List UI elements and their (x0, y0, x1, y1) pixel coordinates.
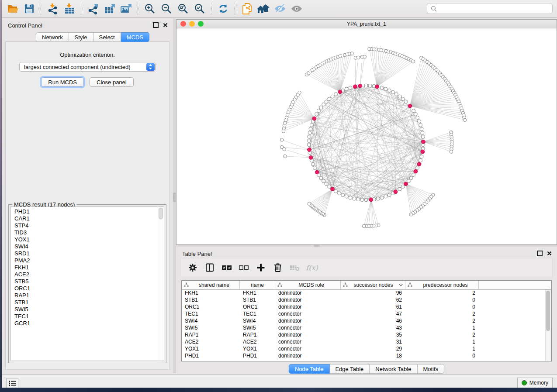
optimization-criterion-select[interactable]: largest connected component (undirected) (19, 62, 156, 72)
node-table[interactable]: shared namenameMCDS rolesuccessor nodesp… (181, 280, 552, 361)
column-header-predecessor-nodes[interactable]: predecessor nodes (405, 281, 479, 289)
tab-network[interactable]: Network (36, 32, 69, 42)
table-row[interactable]: SWI5SWI5connector431 (182, 324, 551, 331)
deselect-all-icon (239, 265, 249, 271)
tab-node-table[interactable]: Node Table (289, 364, 330, 374)
zoom-out-button[interactable] (158, 1, 175, 16)
table-row[interactable]: STB1STB1dominator620 (182, 296, 551, 303)
tab-mcds[interactable]: MCDS (121, 32, 149, 42)
network-canvas[interactable] (176, 28, 557, 244)
table-panel-tabs: Node TableEdge TableNetwork TableMotifs (289, 364, 444, 374)
duplicate-network-icon (241, 3, 253, 15)
zoom-fit-button[interactable] (175, 1, 191, 16)
toolbar-separator (138, 3, 138, 15)
mcds-result-item[interactable]: STB5 (14, 278, 164, 285)
table-row[interactable]: RAP1RAP1dominator352 (182, 331, 551, 338)
table-row[interactable]: PHD1PHD1dominator180 (182, 352, 551, 359)
deselect-all-button[interactable] (237, 261, 250, 274)
duplicate-network-button[interactable] (239, 1, 255, 16)
column-header-name[interactable]: name (240, 281, 275, 289)
zoom-in-button[interactable] (142, 1, 158, 16)
mcds-result-item[interactable]: SWI4 (14, 243, 164, 250)
open-network-button[interactable] (4, 1, 21, 16)
memory-label: Memory (529, 380, 548, 386)
mcds-result-item[interactable]: RAP1 (14, 292, 164, 299)
column-header-shared-name[interactable]: shared name (182, 281, 240, 289)
tab-motifs[interactable]: Motifs (417, 364, 444, 374)
mcds-result-item[interactable]: SRD1 (14, 250, 164, 257)
export-image-button[interactable] (118, 1, 135, 16)
mcds-result-item[interactable]: PMA2 (14, 257, 164, 264)
select-all-icon (221, 265, 232, 271)
task-history-button[interactable] (6, 378, 18, 389)
float-panel-icon[interactable] (153, 22, 159, 28)
tab-select[interactable]: Select (93, 32, 121, 42)
add-column-button[interactable] (254, 261, 267, 274)
delete-column-button[interactable] (271, 261, 284, 274)
mcds-result-item[interactable]: TEC1 (14, 313, 164, 320)
table-header[interactable]: shared namenameMCDS rolesuccessor nodesp… (182, 281, 551, 289)
shared-column-icon (277, 282, 282, 287)
save-session-button[interactable] (21, 1, 38, 16)
show-all-button[interactable] (288, 1, 305, 16)
table-row[interactable]: ACE2ACE2connector311 (182, 338, 551, 345)
import-network-icon (47, 3, 59, 14)
export-table-button[interactable] (101, 1, 118, 16)
import-table-icon (64, 3, 75, 14)
network-window-titlebar[interactable]: YPA_prune.txt_1 (176, 20, 557, 28)
table-row[interactable]: TEC1TEC1connector472 (182, 310, 551, 317)
column-header-MCDS-role[interactable]: MCDS role (275, 281, 341, 289)
table-row[interactable]: SWI4SWI4dominator462 (182, 317, 551, 324)
table-body: FKH1FKH1dominator962STB1STB1dominator620… (182, 289, 551, 359)
columns-icon (205, 263, 214, 272)
table-row[interactable]: ORC1ORC1dominator610 (182, 303, 551, 310)
toolbar-separator (41, 3, 42, 15)
mcds-result-item[interactable]: TID3 (14, 229, 164, 236)
hide-selected-button[interactable] (272, 1, 288, 16)
shared-column-icon (343, 282, 348, 287)
mcds-result-list[interactable]: PHD1CAR1STP4TID3YOX1SWI4SRD1PMA2FKH1ACE2… (10, 206, 164, 361)
mcds-result-item[interactable]: FKH1 (14, 264, 164, 271)
mcds-result-item[interactable]: SWI5 (14, 306, 164, 313)
table-settings-button[interactable] (186, 261, 199, 274)
memory-button[interactable]: Memory (517, 378, 553, 388)
close-panel-button[interactable]: Close panel (90, 77, 134, 87)
vertical-split-divider[interactable] (173, 18, 176, 373)
close-panel-icon[interactable] (547, 251, 552, 256)
import-table-button[interactable] (61, 1, 78, 16)
import-network-button[interactable] (45, 1, 61, 16)
mcds-result-item[interactable]: GCR1 (14, 320, 164, 327)
refresh-button[interactable] (215, 1, 232, 16)
tab-network-table[interactable]: Network Table (370, 364, 417, 374)
mcds-result-item[interactable]: ORC1 (14, 285, 164, 292)
search-input[interactable] (439, 5, 549, 12)
mcds-result-item[interactable]: PHD1 (14, 208, 164, 215)
toolbar-separator (211, 3, 212, 15)
mcds-result-item[interactable]: ACE2 (14, 271, 164, 278)
table-row[interactable]: FKH1FKH1dominator962 (182, 289, 551, 296)
mcds-result-groupbox: MCDS result (17 nodes) PHD1CAR1STP4TID3Y… (8, 204, 166, 363)
tab-edge-table[interactable]: Edge Table (329, 364, 370, 374)
houses-icon (257, 3, 270, 14)
zoom-selected-button[interactable] (191, 1, 208, 16)
list-icon (9, 380, 16, 386)
mcds-result-item[interactable]: STP4 (14, 222, 164, 229)
mcds-result-item[interactable]: YOX1 (14, 236, 164, 243)
close-panel-icon[interactable] (163, 23, 168, 28)
column-header-successor-nodes[interactable]: successor nodes (341, 281, 405, 289)
show-columns-button[interactable] (203, 261, 216, 274)
mcds-list-scrollbar[interactable] (158, 207, 163, 360)
mcds-result-item[interactable]: CAR1 (14, 215, 164, 222)
table-row[interactable]: YOX1YOX1connector291 (182, 345, 551, 352)
first-neighbors-button[interactable] (255, 1, 272, 16)
table-scrollbar[interactable] (545, 289, 551, 361)
search-box[interactable] (427, 3, 553, 14)
float-panel-icon[interactable] (537, 251, 543, 256)
export-network-button[interactable] (85, 1, 101, 16)
network-window-title: YPA_prune.txt_1 (176, 21, 557, 27)
app-window: Control Panel NetworkStyleSelectMCDS Opt… (2, 0, 557, 389)
select-all-button[interactable] (220, 261, 233, 274)
run-mcds-button[interactable]: Run MCDS (41, 77, 84, 87)
tab-style[interactable]: Style (69, 32, 93, 42)
mcds-result-item[interactable]: STB1 (14, 299, 164, 306)
